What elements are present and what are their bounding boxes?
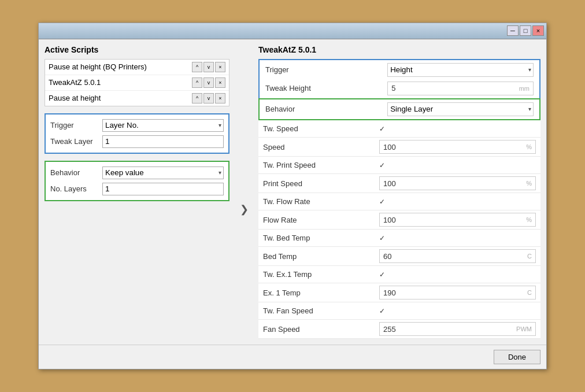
fan-speed-value: 255 PWM [379,322,536,336]
script-controls-2: ^ v × [192,77,225,88]
right-tweak-height-row: Tweak Height 5 mm [261,80,538,97]
tw-speed-cell: ✓ [375,120,540,138]
script-up-btn-2[interactable]: ^ [192,77,202,88]
tw-ex1-temp-label: Tw. Ex.1 Temp [258,266,375,283]
maximize-button[interactable]: □ [520,25,531,36]
bed-temp-cell: 60 C [375,247,540,266]
tweak-layer-input[interactable] [102,135,224,148]
main-content: Active Scripts Pause at height (BQ Print… [39,39,546,345]
tw-ex1-temp-check-icon: ✓ [379,271,385,279]
behavior-select[interactable]: Keep value Single Layer Constant [102,167,224,179]
title-bar: ─ □ × [39,23,546,39]
script-down-btn-3[interactable]: v [203,93,214,103]
right-params-table: Tw. Speed ✓ Speed 100 % [258,120,540,339]
minimize-button[interactable]: ─ [507,25,519,36]
script-item: TweakAtZ 5.0.1 ^ v × [45,75,229,91]
bed-temp-unit: C [527,253,532,260]
right-trigger-cell: Height Layer No. ▾ [383,61,538,79]
right-trigger-label: Trigger [261,61,382,79]
tw-ex1-temp-row: Tw. Ex.1 Temp ✓ [258,266,540,283]
flow-rate-value: 100 % [379,213,536,227]
script-up-btn-1[interactable]: ^ [192,62,202,72]
no-layers-row: No. Layers [50,183,224,195]
print-speed-row: Print Speed 100 % [258,174,540,193]
right-behavior-cell: Single Layer Keep value Constant ▾ [383,101,538,118]
tweak-layer-row: Tweak Layer [50,135,224,148]
right-behavior-select-wrapper: Single Layer Keep value Constant ▾ [387,102,534,116]
flow-rate-unit: % [526,216,532,223]
right-green-section: Behavior Single Layer Keep value Constan… [258,98,540,120]
tw-bed-temp-row: Tw. Bed Temp ✓ [258,230,540,247]
script-item: Pause at height (BQ Printers) ^ v × [45,60,229,75]
arrow-divider: ❯ [235,45,253,339]
tw-speed-row: Tw. Speed ✓ [258,120,540,138]
fan-speed-unit: PWM [516,326,532,332]
done-button[interactable]: Done [494,350,540,364]
tw-flow-rate-cell: ✓ [375,193,540,210]
tw-print-speed-cell: ✓ [375,157,540,174]
script-label-1: Pause at height (BQ Printers) [49,62,192,71]
bed-temp-value: 60 C [379,249,536,263]
tw-speed-check-icon: ✓ [379,125,385,133]
speed-cell: 100 % [375,138,540,157]
tw-bed-temp-label: Tw. Bed Temp [258,230,375,247]
tw-print-speed-label: Tw. Print Speed [258,157,375,174]
speed-label: Speed [258,138,375,157]
right-trigger-select[interactable]: Height Layer No. [387,63,534,77]
tw-print-speed-row: Tw. Print Speed ✓ [258,157,540,174]
script-up-btn-3[interactable]: ^ [192,93,202,103]
bed-temp-label: Bed Temp [258,247,375,266]
tw-speed-label: Tw. Speed [258,120,375,138]
right-trigger-select-wrapper: Height Layer No. ▾ [387,63,534,77]
trigger-row: Trigger Layer No. Height ▾ [50,119,224,132]
trigger-select[interactable]: Layer No. Height [102,119,224,132]
speed-unit: % [526,143,532,150]
script-controls-3: ^ v × [192,93,225,103]
right-behavior-label: Behavior [261,101,382,118]
script-label-2: TweakAtZ 5.0.1 [49,78,192,87]
right-panel-title: TweakAtZ 5.0.1 [258,45,540,54]
close-button[interactable]: × [532,25,544,36]
flow-rate-row: Flow Rate 100 % [258,210,540,230]
fan-speed-row: Fan Speed 255 PWM [258,320,540,339]
tw-fan-speed-label: Tw. Fan Speed [258,302,375,320]
behavior-select-wrapper: Keep value Single Layer Constant ▾ [102,167,224,179]
print-speed-label: Print Speed [258,174,375,193]
behavior-label: Behavior [50,168,102,177]
right-tweak-height-cell: 5 mm [383,80,538,97]
no-layers-input[interactable] [102,183,224,195]
bed-temp-row: Bed Temp 60 C [258,247,540,266]
right-behavior-select[interactable]: Single Layer Keep value Constant [387,102,534,116]
ex1-temp-value: 190 C [379,286,536,299]
arrow-icon: ❯ [240,203,249,216]
right-tweak-height-value: 5 mm [387,82,534,95]
tw-fan-speed-cell: ✓ [375,302,540,320]
script-list: Pause at height (BQ Printers) ^ v × Twea… [45,59,229,106]
tw-flow-rate-row: Tw. Flow Rate ✓ [258,193,540,210]
script-close-btn-2[interactable]: × [215,77,225,88]
script-down-btn-1[interactable]: v [203,62,214,72]
right-content: Trigger Height Layer No. ▾ [258,59,540,339]
script-label-3: Pause at height [49,94,192,102]
print-speed-number: 100 [383,179,396,188]
fan-speed-cell: 255 PWM [375,320,540,339]
script-close-btn-1[interactable]: × [215,62,225,72]
tw-flow-rate-label: Tw. Flow Rate [258,193,375,210]
speed-row: Speed 100 % [258,138,540,157]
tw-flow-rate-check-icon: ✓ [379,198,385,206]
script-down-btn-2[interactable]: v [203,77,214,88]
script-item: Pause at height ^ v × [45,91,229,106]
tw-bed-temp-cell: ✓ [375,230,540,247]
speed-number: 100 [383,143,396,151]
print-speed-cell: 100 % [375,174,540,193]
trigger-label: Trigger [50,121,102,130]
script-close-btn-3[interactable]: × [215,93,225,103]
flow-rate-label: Flow Rate [258,210,375,230]
tw-ex1-temp-cell: ✓ [375,266,540,283]
no-layers-label: No. Layers [50,184,102,193]
tw-print-speed-check-icon: ✓ [379,161,385,169]
ex1-temp-number: 190 [383,289,396,297]
flow-rate-cell: 100 % [375,210,540,230]
script-controls-1: ^ v × [192,62,225,72]
print-speed-value: 100 % [379,176,536,190]
